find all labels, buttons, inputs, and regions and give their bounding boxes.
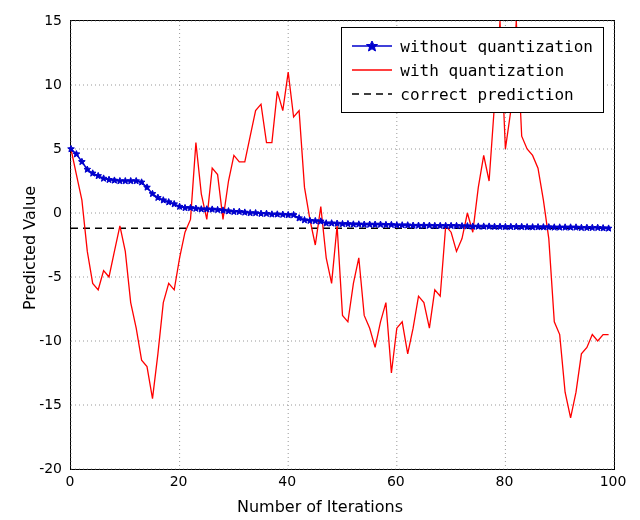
legend-item-correct: correct prediction [352, 82, 593, 106]
legend-label-with: with quantization [400, 61, 564, 80]
legend-swatch-with [352, 62, 392, 78]
svg-text:0: 0 [53, 204, 62, 220]
marker-star [605, 225, 612, 231]
y-axis-label: Predicted Value [20, 186, 39, 310]
marker-star [160, 197, 167, 203]
svg-text:60: 60 [387, 473, 405, 489]
svg-marker-15 [367, 41, 378, 51]
svg-text:5: 5 [53, 140, 62, 156]
legend: without quantization with quantization c… [341, 27, 604, 113]
marker-star [68, 146, 75, 152]
svg-text:10: 10 [44, 76, 62, 92]
marker-star [296, 215, 303, 221]
svg-text:100: 100 [600, 473, 627, 489]
svg-text:15: 15 [44, 12, 62, 28]
marker-star [176, 203, 183, 209]
svg-text:80: 80 [495, 473, 513, 489]
svg-text:-5: -5 [48, 268, 62, 284]
svg-text:40: 40 [278, 473, 296, 489]
x-axis-label: Number of Iterations [0, 497, 640, 516]
legend-swatch-correct [352, 86, 392, 102]
legend-swatch-without [352, 38, 392, 54]
plot-area: without quantization with quantization c… [70, 20, 615, 470]
legend-label-correct: correct prediction [400, 85, 573, 104]
svg-text:0: 0 [66, 473, 75, 489]
series-without-line [71, 149, 609, 228]
svg-text:20: 20 [170, 473, 188, 489]
legend-item-without: without quantization [352, 34, 593, 58]
svg-text:-15: -15 [39, 396, 62, 412]
marker-star [133, 178, 140, 184]
legend-item-with: with quantization [352, 58, 593, 82]
legend-label-without: without quantization [400, 37, 593, 56]
chart-figure: without quantization with quantization c… [0, 0, 640, 520]
svg-text:-20: -20 [39, 460, 62, 476]
svg-text:-10: -10 [39, 332, 62, 348]
